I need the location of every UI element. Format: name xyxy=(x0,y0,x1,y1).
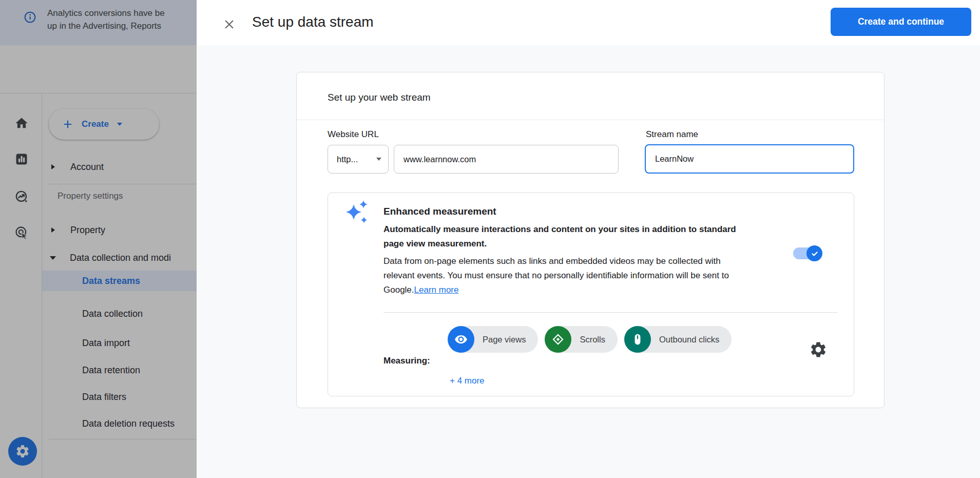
chevron-down-icon xyxy=(376,158,381,161)
card-section-title: Set up your web stream xyxy=(328,92,431,103)
create-and-continue-button[interactable]: Create and continue xyxy=(831,8,971,36)
close-button[interactable] xyxy=(221,16,237,32)
eye-icon xyxy=(448,326,474,353)
learn-more-link[interactable]: Learn more xyxy=(414,285,459,295)
gear-icon xyxy=(809,340,828,359)
measurement-settings-button[interactable] xyxy=(809,340,828,359)
enhanced-divider xyxy=(383,312,837,313)
chip-scrolls: Scrolls xyxy=(545,326,618,353)
protocol-value: http... xyxy=(337,155,358,164)
enhanced-measurement-title: Enhanced measurement xyxy=(383,206,496,217)
website-url-label: Website URL xyxy=(328,129,379,140)
website-url-input[interactable] xyxy=(394,145,619,174)
stream-name-input[interactable] xyxy=(645,144,854,174)
chip-outbound-clicks: Outbound clicks xyxy=(624,326,732,353)
description-bold: Automatically measure interactions and c… xyxy=(383,222,753,251)
more-events-link[interactable]: + 4 more xyxy=(450,376,485,386)
chip-page-views: Page views xyxy=(448,326,538,353)
stream-name-label: Stream name xyxy=(646,129,698,140)
chip-label: Page views xyxy=(474,335,538,345)
enhanced-measurement-description: Automatically measure interactions and c… xyxy=(383,222,753,297)
modal-scrim xyxy=(0,0,197,478)
sparkle-icon xyxy=(345,199,370,226)
mouse-icon xyxy=(624,326,651,353)
web-stream-card: Set up your web stream Website URL Strea… xyxy=(296,72,885,408)
measuring-label: Measuring: xyxy=(383,356,430,366)
chip-label: Scrolls xyxy=(571,335,618,345)
dialog-title: Set up data stream xyxy=(252,14,374,30)
card-divider xyxy=(297,120,884,120)
check-icon xyxy=(810,249,819,258)
close-icon xyxy=(222,17,236,31)
scroll-icon xyxy=(545,326,571,353)
chip-label: Outbound clicks xyxy=(651,335,732,345)
dialog-header: Set up data stream Create and continue xyxy=(197,0,980,45)
enhanced-measurement-box: Enhanced measurement Automatically measu… xyxy=(328,193,854,396)
toggle-thumb xyxy=(806,245,822,261)
protocol-select[interactable]: http... xyxy=(328,145,389,174)
setup-data-stream-dialog: Set up data stream Create and continue S… xyxy=(197,0,980,478)
measuring-chips: Page views Scrolls Outbound clicks xyxy=(448,326,732,353)
enhanced-measurement-toggle[interactable] xyxy=(793,245,823,261)
